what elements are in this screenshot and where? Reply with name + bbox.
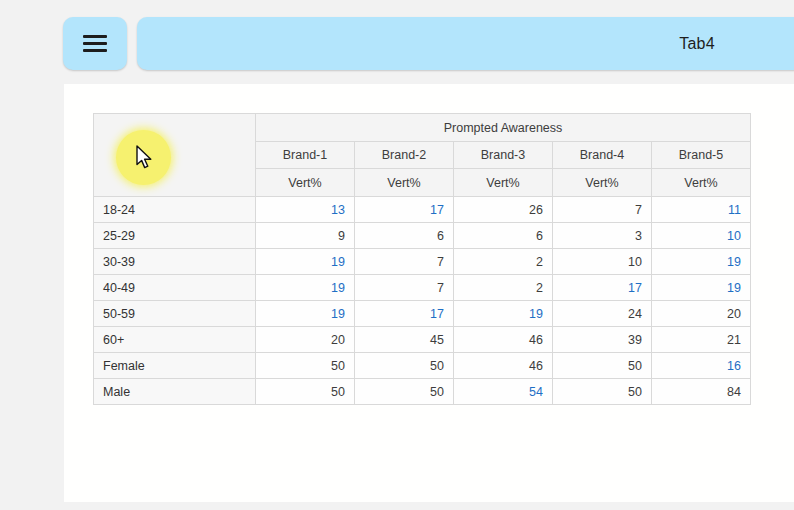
value-cell: 17 xyxy=(355,197,454,223)
value-cell: 7 xyxy=(355,249,454,275)
value-cell: 46 xyxy=(454,353,553,379)
value-cell: 19 xyxy=(652,275,751,301)
value-cell: 20 xyxy=(256,327,355,353)
table-row: 18-24131726711 xyxy=(94,197,751,223)
tab-label: Tab4 xyxy=(679,35,715,53)
subheader-vert-5: Vert% xyxy=(652,169,751,197)
value-cell: 39 xyxy=(553,327,652,353)
table-row: Female5050465016 xyxy=(94,353,751,379)
value-cell: 2 xyxy=(454,275,553,301)
subheader-vert-4: Vert% xyxy=(553,169,652,197)
table-body: 18-2413172671125-2996631030-391972101940… xyxy=(94,197,751,405)
row-label: 30-39 xyxy=(94,249,256,275)
value-cell: 24 xyxy=(553,301,652,327)
table-row: 50-591917192420 xyxy=(94,301,751,327)
subheader-vert-1: Vert% xyxy=(256,169,355,197)
row-label: Female xyxy=(94,353,256,379)
value-cell: 7 xyxy=(553,197,652,223)
content-panel: Prompted Awareness Brand-1 Brand-2 Brand… xyxy=(64,84,794,502)
value-cell: 50 xyxy=(256,353,355,379)
row-label: 50-59 xyxy=(94,301,256,327)
value-cell: 26 xyxy=(454,197,553,223)
value-cell: 50 xyxy=(355,353,454,379)
value-cell: 2 xyxy=(454,249,553,275)
subheader-vert-2: Vert% xyxy=(355,169,454,197)
value-cell: 19 xyxy=(652,249,751,275)
value-cell: 10 xyxy=(652,223,751,249)
value-cell: 6 xyxy=(355,223,454,249)
row-label: 18-24 xyxy=(94,197,256,223)
value-cell: 84 xyxy=(652,379,751,405)
table-row: 30-3919721019 xyxy=(94,249,751,275)
value-cell: 3 xyxy=(553,223,652,249)
value-cell: 50 xyxy=(553,353,652,379)
crosstab-table: Prompted Awareness Brand-1 Brand-2 Brand… xyxy=(93,113,751,405)
menu-button[interactable] xyxy=(63,17,127,70)
value-cell: 19 xyxy=(256,301,355,327)
row-label: 25-29 xyxy=(94,223,256,249)
value-cell: 21 xyxy=(652,327,751,353)
value-cell: 13 xyxy=(256,197,355,223)
corner-cell xyxy=(94,114,256,197)
value-cell: 46 xyxy=(454,327,553,353)
table-row: Male5050545084 xyxy=(94,379,751,405)
row-label: 60+ xyxy=(94,327,256,353)
column-header-brand-1: Brand-1 xyxy=(256,142,355,169)
value-cell: 9 xyxy=(256,223,355,249)
column-header-brand-3: Brand-3 xyxy=(454,142,553,169)
value-cell: 19 xyxy=(256,275,355,301)
value-cell: 54 xyxy=(454,379,553,405)
row-label: Male xyxy=(94,379,256,405)
table-row: 25-29966310 xyxy=(94,223,751,249)
value-cell: 11 xyxy=(652,197,751,223)
value-cell: 50 xyxy=(553,379,652,405)
value-cell: 16 xyxy=(652,353,751,379)
app-window: { "colors": { "accent_blue_bar": "#b3e5f… xyxy=(0,0,794,510)
value-cell: 45 xyxy=(355,327,454,353)
table-row: 60+2045463921 xyxy=(94,327,751,353)
row-label: 40-49 xyxy=(94,275,256,301)
column-header-brand-4: Brand-4 xyxy=(553,142,652,169)
column-header-brand-2: Brand-2 xyxy=(355,142,454,169)
hamburger-icon xyxy=(83,35,107,52)
value-cell: 10 xyxy=(553,249,652,275)
value-cell: 19 xyxy=(256,249,355,275)
value-cell: 17 xyxy=(553,275,652,301)
value-cell: 50 xyxy=(256,379,355,405)
group-header-row: Prompted Awareness xyxy=(94,114,751,142)
value-cell: 19 xyxy=(454,301,553,327)
value-cell: 17 xyxy=(355,301,454,327)
column-header-brand-5: Brand-5 xyxy=(652,142,751,169)
table-row: 40-4919721719 xyxy=(94,275,751,301)
value-cell: 7 xyxy=(355,275,454,301)
value-cell: 20 xyxy=(652,301,751,327)
subheader-vert-3: Vert% xyxy=(454,169,553,197)
value-cell: 6 xyxy=(454,223,553,249)
group-header-cell: Prompted Awareness xyxy=(256,114,751,142)
value-cell: 50 xyxy=(355,379,454,405)
tab-tab4[interactable]: Tab4 xyxy=(137,17,794,70)
